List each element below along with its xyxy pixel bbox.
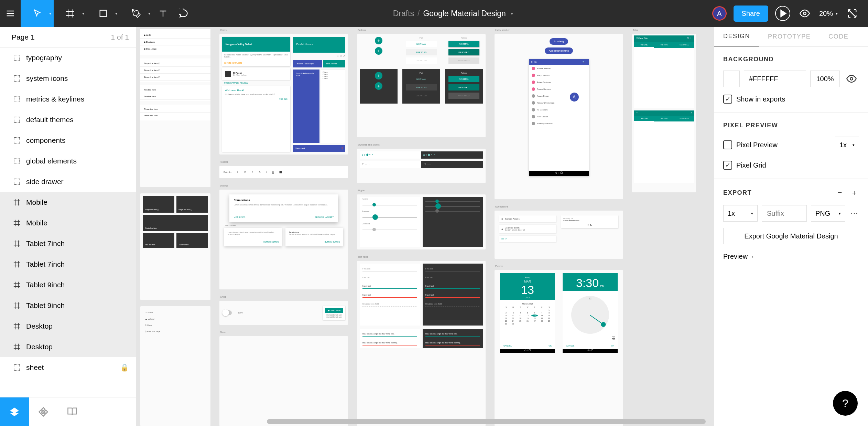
layer-item[interactable]: global elements: [0, 151, 136, 171]
tab-code[interactable]: CODE: [820, 27, 857, 46]
chevron-down-icon: ▾: [148, 11, 150, 16]
expand-icon: [847, 8, 857, 19]
layers-tab[interactable]: [0, 397, 29, 426]
layer-name: global elements: [26, 157, 77, 165]
chevron-down-icon: ▾: [839, 211, 841, 216]
breadcrumb[interactable]: Drafts / Google Material Design ▾: [194, 9, 712, 18]
pages-header[interactable]: Page 1 1 of 1: [0, 27, 136, 47]
time-picker: 3:30PM 12 AMPM CANCELOK ◁ ○ ▢: [563, 273, 618, 353]
assets-tab[interactable]: [29, 397, 58, 426]
frame-icon: [12, 198, 21, 207]
pixel-grid-label: Pixel Grid: [736, 161, 766, 169]
view-settings-button[interactable]: [797, 6, 812, 21]
layer-item[interactable]: Tablet 9inch: [0, 275, 136, 295]
eye-icon: [846, 74, 857, 84]
menu-button[interactable]: [0, 0, 21, 27]
layer-item[interactable]: side drawer: [0, 171, 136, 192]
background-title: BACKGROUND: [723, 56, 859, 63]
background-visibility-toggle[interactable]: [844, 71, 859, 86]
svg-rect-2: [14, 55, 20, 61]
export-remove-button[interactable]: −: [835, 188, 845, 198]
pixel-preview-zoom-select[interactable]: 1x▾: [835, 137, 859, 153]
layer-item[interactable]: system icons: [0, 68, 136, 89]
background-opacity-input[interactable]: [810, 71, 840, 87]
text-icon: [158, 9, 168, 18]
toolbar-right: A Share 20% ▾: [712, 0, 868, 27]
help-button[interactable]: ?: [833, 391, 858, 416]
lock-icon: 🔒: [120, 363, 129, 372]
document-name[interactable]: Google Material Design: [423, 9, 506, 18]
avatar[interactable]: A: [712, 6, 727, 21]
canvas[interactable]: ◉ Wi-Fi ◉ Bluetooth ◉ Data usage Single …: [136, 27, 714, 426]
frame-icon: [12, 301, 21, 310]
cursor-icon: [32, 9, 42, 18]
comment-icon: [179, 9, 188, 18]
chevron-down-icon: ▾: [82, 11, 84, 16]
layer-name: Tablet 9inch: [26, 281, 65, 289]
export-scale-select[interactable]: 1x▾: [723, 205, 758, 222]
pixel-grid-checkbox[interactable]: [723, 161, 732, 170]
layer-item[interactable]: Tablet 7inch: [0, 233, 136, 254]
tab-design[interactable]: DESIGN: [714, 27, 759, 46]
svg-point-10: [850, 77, 853, 80]
svg-rect-8: [14, 179, 20, 185]
layer-name: Tablet 9inch: [26, 301, 65, 310]
shape-tool[interactable]: ▾: [87, 0, 120, 27]
chevron-down-icon: ▾: [836, 11, 838, 16]
breadcrumb-separator: /: [417, 9, 420, 18]
breadcrumb-root[interactable]: Drafts: [393, 9, 414, 18]
chevron-down-icon: ▾: [49, 11, 51, 16]
share-button[interactable]: Share: [734, 6, 768, 22]
layer-item[interactable]: sheet🔒: [0, 357, 136, 378]
frame-tool[interactable]: ▾: [54, 0, 87, 27]
present-button[interactable]: [775, 6, 790, 21]
left-bottom-tabs: [0, 397, 136, 426]
fit-view-button[interactable]: [845, 6, 860, 21]
book-icon: [67, 407, 77, 417]
layer-item[interactable]: typography: [0, 47, 136, 68]
background-color-chip[interactable]: [723, 71, 740, 87]
tab-prototype[interactable]: PROTOTYPE: [759, 27, 820, 46]
export-add-button[interactable]: ＋: [849, 188, 859, 198]
background-section: BACKGROUND Show in exports: [714, 47, 868, 113]
layers-list[interactable]: typographysystem iconsmetrics & keylines…: [0, 47, 136, 397]
layer-item[interactable]: Mobile: [0, 192, 136, 213]
export-button[interactable]: Export Google Material Design: [723, 228, 859, 244]
svg-point-1: [803, 12, 806, 15]
layer-name: Desktop: [26, 343, 53, 351]
layer-item[interactable]: Tablet 9inch: [0, 295, 136, 316]
layer-item[interactable]: Tablet 7inch: [0, 254, 136, 275]
export-preview-label[interactable]: Preview: [723, 253, 748, 260]
text-tool[interactable]: [153, 0, 173, 27]
layer-item[interactable]: Desktop: [0, 337, 136, 357]
move-tool[interactable]: ▾: [21, 0, 54, 27]
library-tab[interactable]: [58, 397, 87, 426]
layer-item[interactable]: Desktop: [0, 316, 136, 337]
pixel-preview-title: PIXEL PREVIEW: [723, 122, 859, 129]
component-icon: [12, 95, 21, 104]
layer-name: Desktop: [26, 322, 53, 330]
layer-name: components: [26, 136, 65, 145]
export-suffix-input[interactable]: [762, 205, 807, 222]
layer-item[interactable]: Mobile: [0, 213, 136, 233]
component-icon: [12, 74, 21, 83]
show-in-exports-checkbox[interactable]: [723, 95, 732, 104]
chevron-down-icon[interactable]: ▾: [511, 11, 513, 16]
chevron-down-icon: ▾: [751, 211, 753, 216]
horizontal-scrollbar[interactable]: [267, 419, 706, 424]
layer-name: metrics & keylines: [26, 95, 84, 103]
layer-item[interactable]: components: [0, 130, 136, 151]
pen-tool[interactable]: ▾: [120, 0, 153, 27]
export-format-select[interactable]: PNG▾: [811, 205, 845, 222]
export-section: EXPORT − ＋ 1x▾ PNG▾ ⋯ Export Google Mate…: [714, 179, 868, 269]
zoom-control[interactable]: 20% ▾: [819, 10, 838, 18]
top-toolbar: ▾ ▾ ▾ ▾ Drafts / Google Material Design …: [0, 0, 868, 27]
comment-tool[interactable]: [173, 0, 194, 27]
layer-item[interactable]: metrics & keylines: [0, 89, 136, 109]
layer-name: typography: [26, 54, 62, 62]
export-options-button[interactable]: ⋯: [849, 209, 859, 218]
export-title: EXPORT: [723, 189, 752, 196]
background-color-input[interactable]: [744, 71, 806, 87]
layer-item[interactable]: default themes: [0, 109, 136, 130]
pixel-preview-checkbox[interactable]: [723, 140, 732, 149]
